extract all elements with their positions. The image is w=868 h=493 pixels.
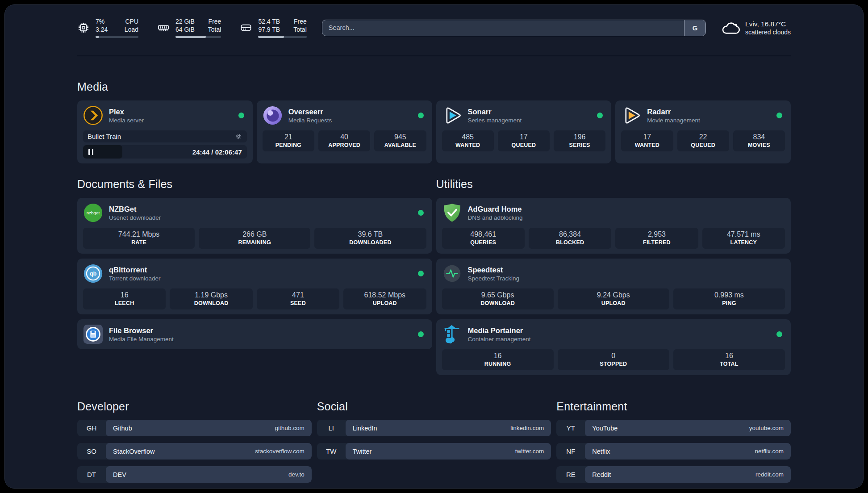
cpu-load: 3.24 xyxy=(96,25,108,33)
service-subtitle: Container management xyxy=(468,336,531,343)
bookmark-github[interactable]: GH Github github.com xyxy=(77,420,312,436)
stat-value: 945 xyxy=(376,133,424,141)
stat-label: DOWNLOAD xyxy=(444,300,552,306)
service-subtitle: Movie management xyxy=(647,117,700,124)
bookmark-twitter[interactable]: TW Twitter twitter.com xyxy=(317,443,551,460)
stat-value: 9.65 Gbps xyxy=(444,291,552,299)
stat-label: WANTED xyxy=(623,142,671,148)
section-title-social: Social xyxy=(317,400,551,413)
stat-box: 0 STOPPED xyxy=(558,349,669,370)
ram-values: 22 GiB 64 GiB xyxy=(175,17,195,33)
service-subtitle: Media server xyxy=(109,117,144,124)
stat-box: 0.993 ms PING xyxy=(673,288,785,309)
bookmark-linkedin[interactable]: LI LinkedIn linkedin.com xyxy=(317,420,551,436)
stat-value: 16 xyxy=(675,352,783,360)
service-card-filebrowser[interactable]: File Browser Media File Management xyxy=(77,319,432,349)
stat-value: 40 xyxy=(320,133,368,141)
disk-widget: 52.4 TB 97.9 TB Free Total xyxy=(240,17,306,38)
service-title: AdGuard Home xyxy=(468,205,523,213)
bookmark-reddit[interactable]: RE Reddit reddit.com xyxy=(556,466,791,483)
stat-label: TOTAL xyxy=(675,361,783,367)
status-dot xyxy=(418,331,424,337)
section-title-documents: Documents & Files xyxy=(77,178,432,191)
now-playing-title: Bullet Train xyxy=(88,133,121,140)
adguard-icon xyxy=(442,203,462,223)
service-card-adguard[interactable]: AdGuard Home DNS and adblocking 498,461 … xyxy=(436,198,791,254)
search-engine-button[interactable]: G xyxy=(684,20,705,36)
overseerr-icon xyxy=(263,105,283,125)
section-title-developer: Developer xyxy=(77,400,312,413)
stat-value: 17 xyxy=(623,133,671,141)
bookmark-url: reddit.com xyxy=(755,471,784,478)
bookmark-youtube[interactable]: YT YouTube youtube.com xyxy=(556,420,791,436)
stat-label: DOWNLOADED xyxy=(316,239,424,246)
stat-label: DOWNLOAD xyxy=(171,300,250,306)
speedtest-icon xyxy=(442,263,462,284)
service-subtitle: DNS and adblocking xyxy=(468,214,523,221)
service-card-radarr[interactable]: Radarr Movie management 17 WANTED 22 QUE… xyxy=(615,100,791,163)
bookmark-abbr: DT xyxy=(77,466,106,483)
stat-box: 9.24 Gbps UPLOAD xyxy=(558,288,669,309)
stat-box: 266 GB REMAINING xyxy=(199,228,310,249)
stat-box: 39.6 TB DOWNLOADED xyxy=(314,228,426,249)
bookmark-abbr: YT xyxy=(556,420,585,436)
weather-location-temp: Lviv, 16.87°C xyxy=(745,20,791,28)
bookmark-url: stackoverflow.com xyxy=(255,448,304,455)
service-card-nzbget[interactable]: nzbget NZBGet Usenet downloader 744.21 M… xyxy=(77,198,432,254)
service-card-speedtest[interactable]: Speedtest Speedtest Tracking 9.65 Gbps D… xyxy=(436,259,791,314)
pause-icon[interactable] xyxy=(88,149,93,155)
bookmark-abbr: RE xyxy=(556,466,585,483)
stat-value: 266 GB xyxy=(200,230,309,238)
stat-value: 17 xyxy=(500,133,548,141)
cpu-widget: 7% 3.24 CPU Load xyxy=(77,17,138,38)
service-card-plex[interactable]: Plex Media server Bullet Train 24:44 / 0… xyxy=(77,100,253,163)
stat-label: LEECH xyxy=(85,300,164,306)
stat-value: 0 xyxy=(559,352,668,360)
service-title: Sonarr xyxy=(468,108,522,116)
stat-box: 834 MOVIES xyxy=(733,130,785,151)
bookmark-netflix[interactable]: NF Netflix netflix.com xyxy=(556,443,791,460)
sonarr-icon xyxy=(442,105,462,125)
radarr-icon xyxy=(621,105,641,125)
section-developer: Developer GH Github github.com SO StackO… xyxy=(77,400,312,483)
bookmark-stackoverflow[interactable]: SO StackOverflow stackoverflow.com xyxy=(77,443,312,460)
search-input[interactable] xyxy=(322,20,684,36)
service-card-qbittorrent[interactable]: qb qBittorrent Torrent downloader 16 LEE… xyxy=(77,259,432,314)
service-card-overseerr[interactable]: Overseerr Media Requests 21 PENDING 40 A… xyxy=(257,100,432,163)
status-dot xyxy=(418,113,424,118)
cloud-icon xyxy=(721,20,740,35)
header-divider xyxy=(77,56,791,56)
ram-progress-bar xyxy=(175,36,221,38)
cpu-icon xyxy=(77,21,90,34)
stat-value: 498,461 xyxy=(444,230,523,238)
service-card-portainer[interactable]: Media Portainer Container management 16 … xyxy=(436,319,791,375)
disk-total: 97.9 TB xyxy=(258,25,280,33)
stat-label: QUEUED xyxy=(679,142,727,148)
section-title-media: Media xyxy=(77,80,791,93)
stat-value: 16 xyxy=(85,291,164,299)
stat-label: FILTERED xyxy=(617,239,696,246)
bookmark-dev[interactable]: DT DEV dev.to xyxy=(77,466,312,483)
stat-value: 86,384 xyxy=(530,230,609,238)
stat-label: WANTED xyxy=(444,142,492,148)
bookmark-name: Netflix xyxy=(592,448,610,455)
stat-value: 618.52 Mbps xyxy=(345,291,424,299)
section-title-utilities: Utilities xyxy=(436,178,791,191)
stat-label: MOVIES xyxy=(735,142,783,148)
plex-icon xyxy=(83,105,103,125)
service-card-sonarr[interactable]: Sonarr Series management 485 WANTED 17 Q… xyxy=(436,100,612,163)
weather-widget: Lviv, 16.87°C scattered clouds xyxy=(721,20,791,36)
stat-value: 21 xyxy=(264,133,313,141)
section-utilities: Utilities AdGuard Home xyxy=(436,178,791,375)
ram-icon xyxy=(157,21,170,34)
section-title-entertainment: Entertainment xyxy=(556,400,791,413)
stat-value: 196 xyxy=(555,133,604,141)
system-stats: 7% 3.24 CPU Load xyxy=(77,17,307,38)
bookmark-abbr: GH xyxy=(77,420,106,436)
service-title: Media Portainer xyxy=(468,326,531,335)
disk-free: 52.4 TB xyxy=(258,17,280,25)
stat-value: 22 xyxy=(679,133,727,141)
disk-values: 52.4 TB 97.9 TB xyxy=(258,17,280,33)
bookmark-name: LinkedIn xyxy=(353,425,377,432)
now-playing-options-icon[interactable] xyxy=(235,133,242,140)
